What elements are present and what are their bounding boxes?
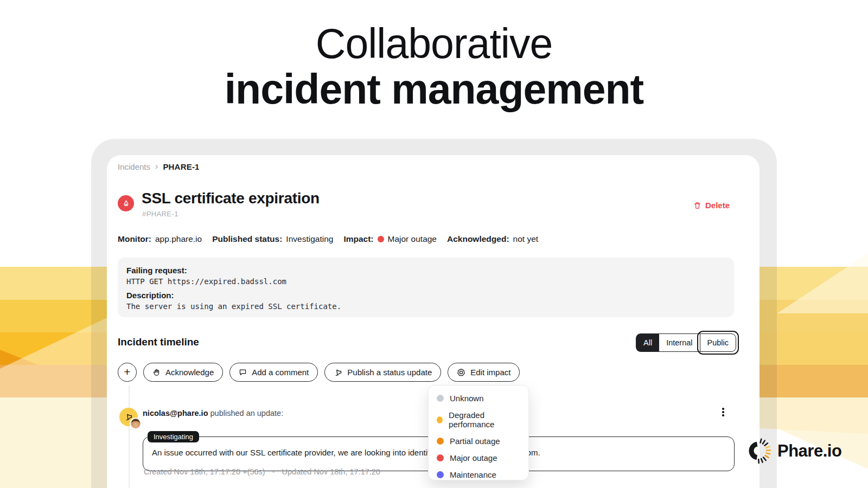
impact-degraded-label: Degraded performance (449, 410, 520, 429)
phare-lighthouse-icon (745, 438, 771, 464)
impact-unknown-dot (437, 395, 444, 402)
incident-id: #PHARE-1 (142, 210, 178, 218)
status-badge: Investigating (148, 431, 199, 442)
failing-request-value: HTTP GET https://expired.badssl.com (126, 276, 725, 287)
add-comment-label: Add a comment (252, 368, 309, 377)
impact-option-major[interactable]: Major outage (429, 450, 528, 466)
impact-partial-dot (437, 438, 444, 445)
avatar (130, 418, 142, 429)
meta-acknowledged: Acknowledged: not yet (447, 234, 538, 244)
meta-ack-label: Acknowledged: (447, 234, 509, 244)
timeline-heading: Incident timeline (118, 336, 199, 348)
impact-major-dot (437, 454, 444, 461)
filter-public[interactable]: Public (700, 334, 736, 351)
description-value: The server is using an expired SSL certi… (126, 301, 725, 312)
incident-flame-icon (118, 195, 134, 211)
impact-gear-icon (457, 368, 465, 377)
brand-name: Phare.io (777, 441, 841, 461)
description-label: Description: (126, 290, 725, 301)
impact-maintenance-label: Maintenance (450, 470, 496, 479)
edit-impact-label: Edit impact (470, 368, 510, 377)
impact-option-partial[interactable]: Partial outage (429, 433, 528, 450)
kebab-dot (722, 414, 724, 416)
impact-option-unknown[interactable]: Unknown (429, 390, 528, 407)
incident-meta: Monitor: app.phare.io Published status: … (118, 234, 538, 244)
impact-maintenance-dot (437, 471, 444, 478)
impact-major-label: Major outage (450, 453, 497, 463)
visibility-filter-group: All Internal Public (636, 333, 736, 352)
impact-degraded-dot (437, 416, 443, 423)
chat-bubble-icon (239, 368, 247, 376)
failing-request-label: Failing request: (126, 265, 725, 276)
add-comment-button[interactable]: Add a comment (229, 363, 318, 382)
breadcrumb: Incidents › PHARE-1 (118, 162, 200, 171)
meta-monitor-value: app.phare.io (155, 234, 202, 244)
meta-status-label: Published status: (212, 234, 282, 244)
impact-dot (378, 236, 384, 242)
timeline-line (129, 386, 130, 488)
meta-impact: Impact: Major outage (343, 234, 437, 244)
publish-status-update-label: Publish a status update (347, 368, 432, 377)
impact-dropdown: Unknown Degraded performance Partial out… (428, 385, 529, 480)
kebab-dot (722, 408, 724, 410)
filter-public-label: Public (707, 338, 729, 347)
filter-internal[interactable]: Internal (659, 334, 699, 351)
delete-button[interactable]: Delete (693, 201, 730, 210)
edit-impact-button[interactable]: Edit impact (448, 363, 520, 382)
meta-monitor-label: Monitor: (118, 234, 151, 244)
timestamp-dash: - (272, 467, 275, 476)
hero-title-line1: Collaborative (0, 21, 868, 66)
impact-partial-label: Partial outage (450, 436, 500, 446)
hero-title: Collaborative incident management (0, 21, 868, 112)
kebab-dot (722, 411, 724, 413)
breadcrumb-current: PHARE-1 (163, 162, 199, 171)
brand-logo: Phare.io (745, 438, 841, 464)
entry-author-action: published an update: (208, 409, 284, 418)
page: Collaborative incident management Incide… (0, 0, 868, 488)
hero-title-line2: incident management (0, 66, 868, 112)
entry-author-email: nicolas@phare.io (143, 409, 208, 418)
trash-icon (693, 201, 701, 210)
incident-detail-box: Failing request: HTTP GET https://expire… (118, 258, 734, 317)
meta-monitor: Monitor: app.phare.io (118, 234, 202, 244)
updated-timestamp: Updated Nov 18th, 17:17:20 (282, 467, 380, 476)
add-event-button[interactable]: + (118, 363, 137, 382)
incident-title: SSL certificate expiration (142, 190, 320, 207)
entry-timestamps: Created Nov 18th, 17:17:20 +(56s) - Upda… (144, 467, 380, 476)
incident-card: Incidents › PHARE-1 SSL certificate expi… (107, 155, 760, 488)
impact-option-maintenance[interactable]: Maintenance (429, 466, 528, 483)
breadcrumb-incidents-link[interactable]: Incidents (118, 162, 150, 171)
megaphone-icon (334, 368, 342, 377)
meta-status-value: Investigating (286, 234, 333, 244)
created-timestamp: Created Nov 18th, 17:17:20 +(56s) (144, 467, 265, 476)
delete-label: Delete (705, 201, 730, 210)
impact-unknown-label: Unknown (450, 394, 484, 403)
impact-option-degraded[interactable]: Degraded performance (429, 407, 528, 433)
acknowledge-button[interactable]: Acknowledge (143, 363, 223, 382)
filter-all[interactable]: All (636, 334, 659, 351)
breadcrumb-chevron-icon: › (155, 162, 158, 171)
acknowledge-label: Acknowledge (165, 368, 214, 377)
publish-status-update-button[interactable]: Publish a status update (324, 363, 441, 382)
meta-impact-value: Major outage (388, 234, 437, 244)
hand-icon (152, 368, 161, 376)
meta-status: Published status: Investigating (212, 234, 333, 244)
entry-author-line: nicolas@phare.io published an update: (143, 409, 283, 418)
timeline-actions: + Acknowledge Add a comment (118, 363, 520, 382)
meta-impact-label: Impact: (343, 234, 373, 244)
meta-ack-value: not yet (513, 234, 539, 244)
entry-menu-button[interactable] (718, 406, 729, 418)
